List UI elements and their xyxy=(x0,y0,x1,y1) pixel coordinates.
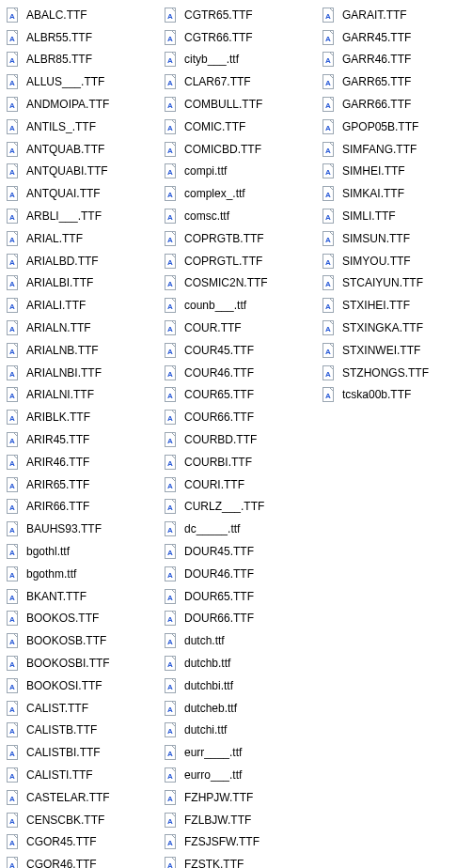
file-item[interactable]: AARIALN.TTF xyxy=(2,317,160,339)
file-item[interactable]: Adutcheb.ttf xyxy=(160,697,318,720)
file-item[interactable]: AANTILS_.TTF xyxy=(2,116,160,138)
file-item[interactable]: Atcska00b.TTF xyxy=(318,384,468,407)
file-item[interactable]: AANTQUABI.TTF xyxy=(2,161,160,183)
file-item[interactable]: ACALISTBI.TTF xyxy=(2,741,160,764)
file-item[interactable]: AARIALNI.TTF xyxy=(2,384,160,407)
file-item[interactable]: ABOOKOSI.TTF xyxy=(2,674,160,697)
file-item[interactable]: AABALC.TTF xyxy=(2,4,160,26)
file-item[interactable]: Adutchb.ttf xyxy=(160,652,318,674)
file-item[interactable]: ADOUR66.TTF xyxy=(160,608,318,630)
file-item[interactable]: ASIMHEI.TTF xyxy=(318,161,468,183)
file-item[interactable]: AARIR66.TTF xyxy=(2,496,160,519)
file-item[interactable]: AARIR65.TTF xyxy=(2,473,160,496)
file-item[interactable]: ACALISTB.TTF xyxy=(2,720,160,742)
file-item[interactable]: ABOOKOSB.TTF xyxy=(2,629,160,652)
file-item[interactable]: ACOUR65.TTF xyxy=(160,384,318,407)
file-item[interactable]: ACOMBULL.TTF xyxy=(160,93,318,116)
file-item[interactable]: ADOUR46.TTF xyxy=(160,563,318,585)
file-item[interactable]: ASIMSUN.TTF xyxy=(318,227,468,250)
file-item[interactable]: AFZHPJW.TTF xyxy=(160,786,318,809)
file-item[interactable]: Abgothm.ttf xyxy=(2,563,160,585)
file-item[interactable]: AARIALBI.TTF xyxy=(2,272,160,295)
file-name: dutch.ttf xyxy=(184,633,225,648)
file-item[interactable]: AARIR46.TTF xyxy=(2,451,160,473)
file-item[interactable]: AGARR65.TTF xyxy=(318,70,468,93)
file-item[interactable]: ACGTR65.TTF xyxy=(160,4,318,26)
file-item[interactable]: Acompi.ttf xyxy=(160,161,318,183)
file-item[interactable]: ACENSCBK.TTF xyxy=(2,809,160,831)
file-item[interactable]: ACLAR67.TTF xyxy=(160,70,318,93)
file-item[interactable]: ACOUR66.TTF xyxy=(160,406,318,428)
file-item[interactable]: ASIMLI.TTF xyxy=(318,205,468,227)
file-item[interactable]: AARIALNBI.TTF xyxy=(2,362,160,384)
file-item[interactable]: ACOMIC.TTF xyxy=(160,116,318,138)
file-name: COMIC.TTF xyxy=(184,119,245,134)
svg-text:A: A xyxy=(9,236,15,244)
file-item[interactable]: ACGOR46.TTF xyxy=(2,853,160,868)
file-item[interactable]: ASTXIHEI.TTF xyxy=(318,294,468,317)
file-item[interactable]: AARIALBD.TTF xyxy=(2,250,160,272)
file-item[interactable]: AARIALNB.TTF xyxy=(2,339,160,362)
file-item[interactable]: ACOUR.TTF xyxy=(160,317,318,339)
file-item[interactable]: ABAUHS93.TTF xyxy=(2,518,160,540)
file-item[interactable]: Adutchbi.ttf xyxy=(160,674,318,697)
svg-text:A: A xyxy=(9,258,15,267)
file-item[interactable]: Acomsc.ttf xyxy=(160,205,318,227)
file-item[interactable]: ACOURBD.TTF xyxy=(160,428,318,451)
file-item[interactable]: Acounb___.ttf xyxy=(160,294,318,317)
file-item[interactable]: Aeurr____.ttf xyxy=(160,741,318,764)
file-item[interactable]: Adc_____.ttf xyxy=(160,518,318,540)
file-item[interactable]: ACALISTI.TTF xyxy=(2,764,160,786)
file-item[interactable]: AGPOP05B.TTF xyxy=(318,116,468,138)
file-item[interactable]: ACOPRGTL.TTF xyxy=(160,250,318,272)
file-item[interactable]: ACOUR46.TTF xyxy=(160,362,318,384)
file-item[interactable]: AANTQUAI.TTF xyxy=(2,182,160,205)
file-item[interactable]: ACURLZ___.TTF xyxy=(160,496,318,519)
file-item[interactable]: ACOURI.TTF xyxy=(160,473,318,496)
file-item[interactable]: ASTXINWEI.TTF xyxy=(318,339,468,362)
file-item[interactable]: Adutchi.ttf xyxy=(160,720,318,742)
file-item[interactable]: AARIBLK.TTF xyxy=(2,406,160,428)
file-item[interactable]: ASIMKAI.TTF xyxy=(318,182,468,205)
file-item[interactable]: AGARR66.TTF xyxy=(318,93,468,116)
file-item[interactable]: ASIMYOU.TTF xyxy=(318,250,468,272)
file-item[interactable]: AFZSJSFW.TTF xyxy=(160,830,318,853)
file-item[interactable]: ABKANT.TTF xyxy=(2,585,160,608)
file-item[interactable]: ACOUR45.TTF xyxy=(160,339,318,362)
file-item[interactable]: ASTZHONGS.TTF xyxy=(318,362,468,384)
file-item[interactable]: AFZSTK.TTF xyxy=(160,853,318,868)
file-item[interactable]: ACGTR66.TTF xyxy=(160,26,318,49)
file-item[interactable]: AGARR46.TTF xyxy=(318,49,468,71)
file-item[interactable]: AARIAL.TTF xyxy=(2,227,160,250)
file-item[interactable]: Acomplex_.ttf xyxy=(160,182,318,205)
file-item[interactable]: ACOMICBD.TTF xyxy=(160,138,318,161)
file-item[interactable]: ADOUR45.TTF xyxy=(160,540,318,563)
file-item[interactable]: AGARAIT.TTF xyxy=(318,4,468,26)
file-item[interactable]: AFZLBJW.TTF xyxy=(160,809,318,831)
file-item[interactable]: Adutch.ttf xyxy=(160,629,318,652)
file-item[interactable]: AGARR45.TTF xyxy=(318,26,468,49)
file-item[interactable]: ASTCAIYUN.TTF xyxy=(318,272,468,295)
file-item[interactable]: AALBR85.TTF xyxy=(2,49,160,71)
file-item[interactable]: AALBR55.TTF xyxy=(2,26,160,49)
file-item[interactable]: ABOOKOSBI.TTF xyxy=(2,652,160,674)
file-item[interactable]: AARIALI.TTF xyxy=(2,294,160,317)
file-item[interactable]: ASIMFANG.TTF xyxy=(318,138,468,161)
file-item[interactable]: ACASTELAR.TTF xyxy=(2,786,160,809)
file-item[interactable]: ACALIST.TTF xyxy=(2,697,160,720)
file-item[interactable]: ACOPRGTB.TTF xyxy=(160,227,318,250)
file-item[interactable]: Aeurro___.ttf xyxy=(160,764,318,786)
file-item[interactable]: AALLUS___.TTF xyxy=(2,70,160,93)
file-item[interactable]: AARBLI___.TTF xyxy=(2,205,160,227)
file-item[interactable]: ACOSMIC2N.TTF xyxy=(160,272,318,295)
file-item[interactable]: AANDMOIPA.TTF xyxy=(2,93,160,116)
file-item[interactable]: ACGOR45.TTF xyxy=(2,830,160,853)
file-item[interactable]: ABOOKOS.TTF xyxy=(2,608,160,630)
file-item[interactable]: ACOURBI.TTF xyxy=(160,451,318,473)
file-item[interactable]: Acityb___.ttf xyxy=(160,49,318,71)
file-item[interactable]: ASTXINGKA.TTF xyxy=(318,317,468,339)
file-item[interactable]: ADOUR65.TTF xyxy=(160,585,318,608)
file-item[interactable]: AANTQUAB.TTF xyxy=(2,138,160,161)
file-item[interactable]: AARIR45.TTF xyxy=(2,428,160,451)
file-item[interactable]: Abgothl.ttf xyxy=(2,540,160,563)
